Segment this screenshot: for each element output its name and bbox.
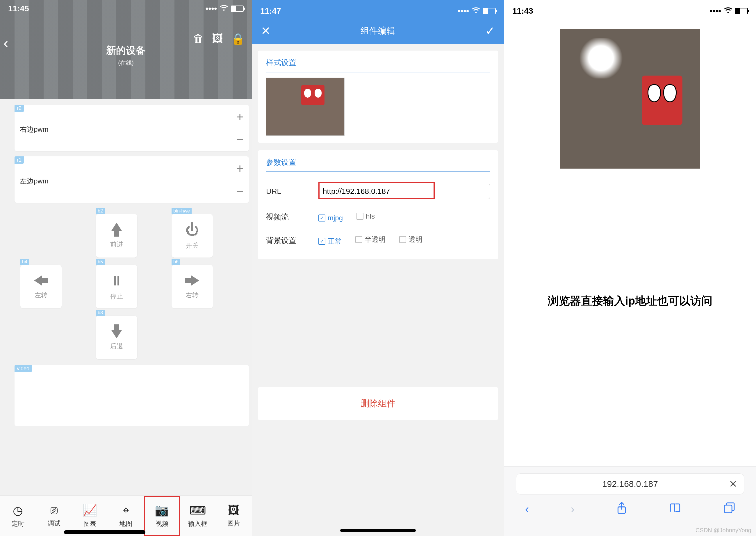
plus-button[interactable]: + bbox=[236, 162, 244, 175]
video-component[interactable]: video bbox=[15, 365, 249, 426]
checkbox-transparent[interactable]: 透明 bbox=[399, 235, 423, 244]
phone-1-device-editor: 11:45 •••• ‹ 新的设备 (在线) 🗑 🖼 🔒 r2 右边pwm + … bbox=[0, 0, 252, 536]
tab-input[interactable]: ⌨输入框 bbox=[180, 496, 216, 536]
annotation-text: 浏览器直接输入ip地址也可以访问 bbox=[548, 294, 712, 308]
stream-label: 视频流 bbox=[266, 212, 318, 222]
arrow-right-icon bbox=[185, 275, 199, 286]
pwm-card-r1[interactable]: r1 左边pwm + − bbox=[15, 156, 249, 203]
chart-icon: 📈 bbox=[83, 503, 97, 517]
nav-bar: ✕ 组件编辑 ✓ bbox=[252, 17, 504, 44]
button-label: 前进 bbox=[110, 240, 123, 249]
button-badge: b5 bbox=[96, 259, 105, 265]
nav-title: 组件编辑 bbox=[361, 25, 395, 37]
card-badge: video bbox=[15, 365, 32, 372]
back-button[interactable]: b8 后退 bbox=[96, 316, 137, 359]
tabs-button[interactable] bbox=[723, 502, 735, 516]
checkbox-hls[interactable]: hls bbox=[357, 212, 375, 220]
pwm-card-r2[interactable]: r2 右边pwm + − bbox=[15, 105, 249, 151]
url-input[interactable] bbox=[318, 184, 490, 199]
power-icon: ⏻ bbox=[185, 222, 199, 238]
pause-icon: ⏸ bbox=[110, 273, 123, 289]
face-mask-overlay bbox=[642, 76, 682, 125]
status-bar: 11:47 •••• bbox=[252, 0, 504, 17]
delete-label: 删除组件 bbox=[361, 398, 395, 408]
arrow-up-icon bbox=[111, 223, 122, 237]
close-button[interactable]: ✕ bbox=[261, 24, 271, 38]
browser-back-button[interactable]: ‹ bbox=[525, 503, 529, 516]
button-label: 停止 bbox=[110, 292, 123, 301]
editor-canvas[interactable]: r2 右边pwm + − r1 左边pwm + − b2 bbox=[0, 99, 252, 536]
delete-component-button[interactable]: 删除组件 bbox=[258, 387, 498, 420]
left-button[interactable]: b4 左转 bbox=[20, 265, 62, 308]
section-title: 参数设置 bbox=[266, 157, 490, 172]
phone-2-component-editor: 11:47 •••• ✕ 组件编辑 ✓ 样式设置 参数设置 URL bbox=[252, 0, 504, 536]
button-badge: b8 bbox=[96, 310, 105, 316]
component-tab-bar: ◷定时 ⎚调试 📈图表 ⌖地图 📷视频 ⌨输入框 🖼图片 bbox=[0, 495, 252, 536]
button-badge: btn-hwe bbox=[172, 208, 191, 214]
tab-video[interactable]: 📷视频 bbox=[144, 496, 180, 536]
tab-image[interactable]: 🖼图片 bbox=[216, 496, 252, 536]
bg-row: 背景设置 ✓正常 半透明 透明 bbox=[266, 228, 490, 252]
minus-button[interactable]: − bbox=[236, 185, 244, 198]
lock-icon[interactable]: 🔒 bbox=[231, 33, 245, 45]
status-indicators: •••• bbox=[206, 4, 244, 14]
tab-label: 输入框 bbox=[188, 519, 207, 528]
address-bar[interactable]: 192.168.0.187 ✕ bbox=[516, 474, 744, 494]
url-label: URL bbox=[266, 187, 318, 196]
param-section: 参数设置 URL 视频流 ✓mjpg hls 背景设置 ✓正常 半透 bbox=[258, 150, 498, 259]
button-label: 开关 bbox=[186, 241, 199, 250]
confirm-button[interactable]: ✓ bbox=[485, 24, 495, 38]
editor-body: 样式设置 参数设置 URL 视频流 ✓mjpg hls bbox=[252, 44, 504, 536]
signal-icon: •••• bbox=[458, 6, 469, 16]
bookmarks-button[interactable] bbox=[669, 503, 682, 516]
browser-viewport[interactable]: 浏览器直接输入ip地址也可以访问 bbox=[504, 17, 756, 536]
share-button[interactable] bbox=[616, 501, 627, 517]
forward-button[interactable]: b2 前进 bbox=[96, 214, 137, 257]
checkbox-normal[interactable]: ✓正常 bbox=[318, 237, 342, 246]
card-badge: r1 bbox=[15, 156, 24, 164]
minus-button[interactable]: − bbox=[236, 133, 244, 146]
plus-button[interactable]: + bbox=[236, 111, 244, 123]
redaction-bar bbox=[64, 530, 145, 534]
signal-icon: •••• bbox=[206, 4, 217, 14]
checkbox-label: hls bbox=[366, 212, 375, 220]
card-badge: r2 bbox=[15, 105, 24, 112]
clock-icon: ◷ bbox=[13, 504, 23, 517]
home-indicator[interactable] bbox=[340, 529, 416, 532]
tab-label: 视频 bbox=[155, 519, 168, 528]
clear-address-button[interactable]: ✕ bbox=[729, 478, 737, 490]
page-title: 新的设备 bbox=[106, 44, 146, 57]
button-badge: b4 bbox=[20, 259, 29, 265]
stream-row: 视频流 ✓mjpg hls bbox=[266, 206, 490, 228]
device-status: (在线) bbox=[118, 59, 133, 67]
header-actions: 🗑 🖼 🔒 bbox=[193, 33, 245, 45]
image-icon[interactable]: 🖼 bbox=[212, 33, 223, 45]
checkbox-label: 半透明 bbox=[364, 235, 386, 244]
status-bar: 11:45 •••• bbox=[0, 2, 252, 15]
preview-face-mask bbox=[301, 85, 325, 105]
video-preview[interactable] bbox=[266, 78, 345, 136]
watermark: CSDN @JohnnyYong bbox=[696, 527, 751, 534]
clock: 11:43 bbox=[512, 6, 533, 16]
address-text: 192.168.0.187 bbox=[602, 479, 658, 489]
stop-button[interactable]: b5 ⏸ 停止 bbox=[96, 265, 137, 308]
browser-forward-button[interactable]: › bbox=[571, 503, 574, 516]
checkbox-mjpg[interactable]: ✓mjpg bbox=[318, 214, 343, 222]
keyboard-icon: ⌨ bbox=[189, 504, 206, 517]
wifi-icon bbox=[220, 4, 228, 14]
tab-timer[interactable]: ◷定时 bbox=[0, 496, 36, 536]
bg-label: 背景设置 bbox=[266, 235, 318, 246]
status-indicators: •••• bbox=[458, 6, 496, 16]
checkbox-label: mjpg bbox=[328, 214, 343, 222]
safari-nav-buttons: ‹ › bbox=[504, 494, 756, 523]
safari-toolbar: 192.168.0.187 ✕ ‹ › bbox=[504, 466, 756, 536]
button-badge: b2 bbox=[96, 208, 105, 214]
control-button-grid: b2 前进 btn-hwe ⏻ 开关 b4 左转 b5 ⏸ 停止 b6 bbox=[15, 208, 249, 333]
trash-icon[interactable]: 🗑 bbox=[193, 33, 204, 45]
checkbox-semi[interactable]: 半透明 bbox=[355, 235, 386, 244]
code-icon: ⎚ bbox=[51, 504, 57, 517]
power-button[interactable]: btn-hwe ⏻ 开关 bbox=[172, 214, 213, 257]
back-button[interactable]: ‹ bbox=[4, 35, 8, 51]
right-button[interactable]: b6 右转 bbox=[172, 265, 213, 308]
wifi-icon bbox=[724, 6, 732, 16]
